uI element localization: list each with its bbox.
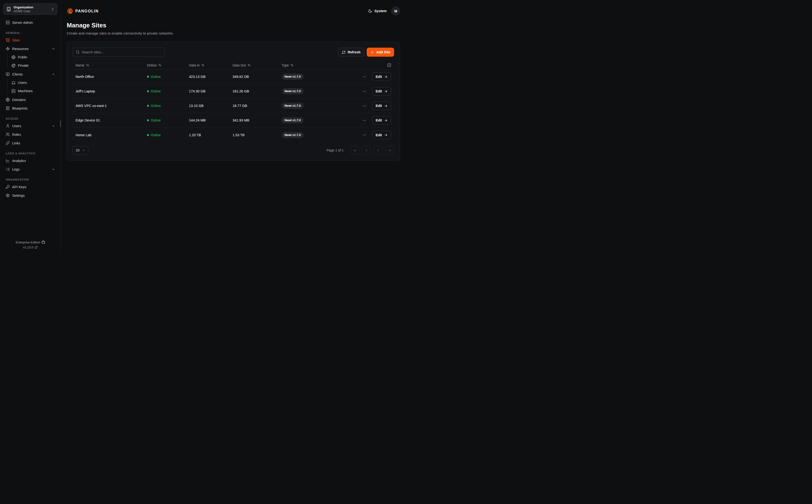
column-header-dataIn[interactable]: Data In <box>186 63 230 67</box>
refresh-button[interactable]: Refresh <box>338 48 365 57</box>
user-avatar[interactable]: M <box>391 7 400 15</box>
sidebar-subgroup: UsersMachines <box>7 79 57 95</box>
sidebar-item-analytics[interactable]: Analytics <box>3 157 57 165</box>
online-label: Online <box>151 133 161 137</box>
topbar: PANGOLIN System M <box>67 6 400 16</box>
version-label: v1.13.0 <box>23 246 33 249</box>
sidebar-nav: Server AdminGENERALSitesResourcesPublicP… <box>3 19 57 249</box>
online-dot-icon <box>147 119 149 121</box>
edit-button[interactable]: Edit <box>372 101 391 110</box>
edit-button[interactable]: Edit <box>372 72 391 81</box>
page-subtitle: Create and manage sites to enable connec… <box>67 31 400 35</box>
sidebar-item-domains[interactable]: Domains <box>3 96 57 104</box>
sidebar-item-blueprints[interactable]: Blueprints <box>3 104 57 112</box>
pagination: 20 Page 1 of 1 <box>73 146 394 155</box>
combine-icon <box>6 38 10 42</box>
first-page-button[interactable] <box>350 146 359 155</box>
ellipsis-icon <box>362 75 366 79</box>
version-link[interactable]: v1.13.0 <box>23 246 38 249</box>
sidebar-item-machines[interactable]: Machines <box>9 87 57 95</box>
sidebar-item-settings[interactable]: Settings <box>3 192 57 199</box>
site-name: Edge Device 01 <box>73 118 144 122</box>
users-icon <box>6 132 10 136</box>
section-label: ORGANIZATION <box>3 178 57 181</box>
page-size-select[interactable]: 20 <box>73 146 88 155</box>
next-page-button[interactable] <box>374 146 382 155</box>
globe-lock-icon <box>11 64 15 68</box>
row-menu-button[interactable] <box>362 118 367 123</box>
link-icon <box>6 141 10 145</box>
arrow-right-icon <box>384 90 388 93</box>
page-title: Manage Sites <box>67 22 400 29</box>
table-header-row: NameOnlineData InData OutType <box>73 61 394 70</box>
chevron-right-icon <box>376 149 380 152</box>
sidebar-item-resources[interactable]: Resources <box>3 45 57 53</box>
site-type-cell: Newt v1.7.0 <box>279 117 337 123</box>
sidebar-scrollbar-thumb[interactable] <box>60 120 61 127</box>
row-actions: Edit <box>337 116 394 125</box>
refresh-icon <box>342 50 345 54</box>
site-data-in: 423.13 GB <box>186 75 230 79</box>
theme-toggle-label: System <box>374 9 387 13</box>
receipt-text-icon <box>6 106 10 110</box>
sidebar-item-sites[interactable]: Sites <box>3 36 57 44</box>
toggle-columns-button[interactable] <box>387 63 391 67</box>
column-header-dataOut[interactable]: Data Out <box>230 63 279 67</box>
column-header-online[interactable]: Online <box>144 63 186 67</box>
org-selector[interactable]: Organization ACME Corp. <box>3 3 57 15</box>
sidebar-item-label: Sites <box>12 38 20 42</box>
site-name: Home Lab <box>73 133 144 137</box>
sidebar-item-server-admin[interactable]: Server Admin <box>3 19 57 26</box>
site-status: Online <box>144 104 186 108</box>
sidebar-item-users[interactable]: Users <box>9 79 57 86</box>
external-link-icon <box>35 246 38 249</box>
theme-toggle[interactable]: System <box>368 9 387 13</box>
sidebar-item-label: Users <box>12 124 21 128</box>
search-input[interactable] <box>82 50 162 54</box>
table-toolbar: Refresh Add Site <box>73 48 394 57</box>
columns-2-icon <box>387 63 391 67</box>
row-menu-button[interactable] <box>362 74 367 79</box>
github-icon <box>41 241 45 244</box>
sidebar-item-private[interactable]: Private <box>9 62 57 69</box>
chevron-down-icon <box>52 168 55 171</box>
sidebar-item-public[interactable]: Public <box>9 53 57 61</box>
sidebar-item-logs[interactable]: Logs <box>3 165 57 173</box>
edit-button[interactable]: Edit <box>372 131 391 139</box>
sidebar-item-label: API Keys <box>12 185 26 189</box>
sidebar-item-clients[interactable]: Clients <box>3 70 57 78</box>
site-type-cell: Newt v1.7.0 <box>279 103 337 109</box>
sidebar-item-users[interactable]: Users <box>3 122 57 130</box>
edit-button-label: Edit <box>376 133 382 137</box>
pagination-controls: Page 1 of 1 <box>326 146 394 155</box>
last-page-button[interactable] <box>386 146 394 155</box>
column-header-name[interactable]: Name <box>73 63 144 67</box>
site-data-in: 144.24 MB <box>186 118 230 122</box>
sidebar-item-roles[interactable]: Roles <box>3 131 57 138</box>
sidebar-item-label: Logs <box>12 167 20 171</box>
edit-button-label: Edit <box>376 75 382 79</box>
row-actions: Edit <box>337 72 394 81</box>
row-menu-button[interactable] <box>362 89 367 94</box>
globe-icon <box>6 98 10 102</box>
online-dot-icon <box>147 134 149 136</box>
site-data-out: 341.93 MB <box>230 118 279 122</box>
sidebar-subgroup: PublicPrivate <box>7 53 57 69</box>
row-menu-button[interactable] <box>362 103 367 108</box>
prev-page-button[interactable] <box>362 146 371 155</box>
sidebar-item-api-keys[interactable]: API Keys <box>3 183 57 191</box>
waypoints-icon <box>6 47 10 51</box>
table-row: Edge Device 01Online144.24 MB341.93 MBNe… <box>73 113 394 128</box>
edit-button-label: Edit <box>376 89 382 93</box>
row-menu-button[interactable] <box>362 132 367 137</box>
add-site-button[interactable]: Add Site <box>367 48 394 57</box>
edit-button[interactable]: Edit <box>372 116 391 125</box>
sidebar-item-links[interactable]: Links <box>3 139 57 147</box>
edition-link[interactable]: Enterprise Edition <box>16 241 45 244</box>
section-label: LOGS & ANALYTICS <box>3 152 57 155</box>
column-header-type[interactable]: Type <box>279 63 337 67</box>
edit-button[interactable]: Edit <box>372 87 391 96</box>
search-box <box>73 48 165 57</box>
sidebar-item-label: Private <box>18 64 29 67</box>
sidebar-item-label: Blueprints <box>12 106 27 110</box>
